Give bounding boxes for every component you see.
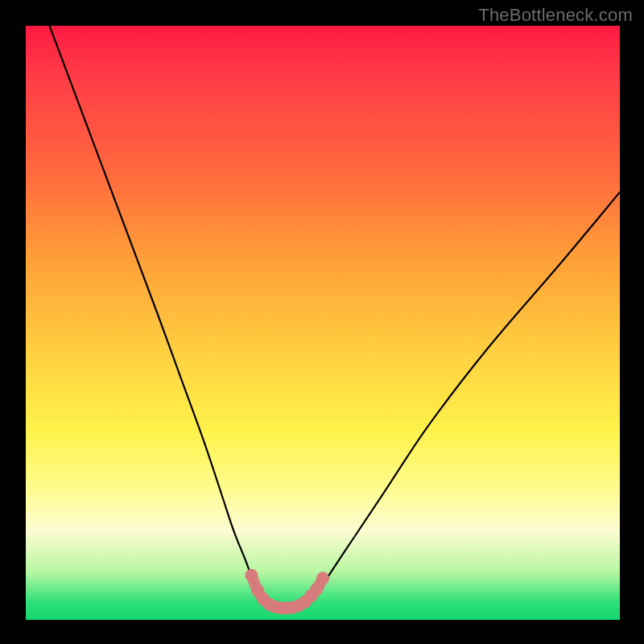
valley-marker-dots	[245, 569, 329, 615]
valley-marker-dot	[316, 572, 329, 584]
chart-frame: TheBottleneck.com	[0, 0, 644, 644]
curve-layer	[26, 26, 620, 620]
watermark-text: TheBottleneck.com	[478, 5, 633, 26]
valley-marker-dot	[245, 569, 258, 582]
bottleneck-curve	[50, 26, 620, 608]
